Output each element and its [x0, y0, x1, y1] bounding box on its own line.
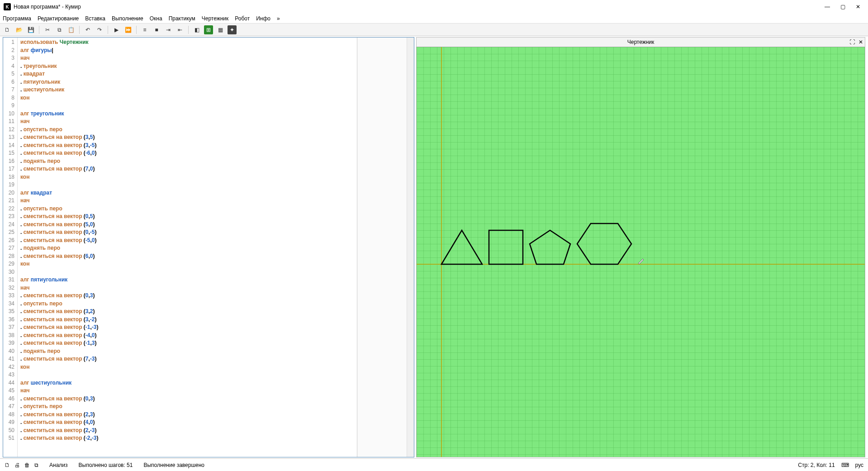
code-editor[interactable]: использовать Чертежникалг фигуры|нач. тр… [18, 38, 357, 457]
tool-grid-button[interactable]: ⊞ [204, 25, 213, 34]
vertical-scrollbar[interactable] [407, 38, 414, 457]
window-title: Новая программа* - Кумир [14, 4, 81, 10]
editor-pane: 1234567891011121314151617181920212223242… [3, 37, 414, 457]
menubar: ПрограммаРедактированиеВставкаВыполнение… [0, 14, 868, 24]
menu-item-0[interactable]: Программа [3, 15, 31, 22]
toolbar-separator [108, 26, 108, 34]
copy-button[interactable]: ⧉ [55, 25, 64, 34]
cut-button[interactable]: ✂ [43, 25, 52, 34]
step-in-button[interactable]: ≡ [140, 25, 149, 34]
menu-item-8[interactable]: Инфо [256, 15, 270, 22]
drawing-pane: Чертежник ⛶ ✕ [416, 37, 865, 457]
canvas-svg [417, 47, 865, 457]
toolbar-separator [79, 26, 80, 34]
status-icon-2[interactable]: 🖨 [14, 462, 20, 468]
redo-button[interactable]: ↷ [95, 25, 104, 34]
new-file-button[interactable]: 🗋 [3, 25, 12, 34]
toolbar-separator [39, 26, 39, 34]
canvas-maximize-icon[interactable]: ⛶ [849, 39, 855, 45]
titlebar: K Новая программа* - Кумир — ▢ ✕ [0, 0, 868, 14]
stop-button[interactable]: ■ [152, 25, 161, 34]
window-controls: — ▢ ✕ [824, 4, 862, 10]
tool-panel-2[interactable]: ▦ [216, 25, 225, 34]
line-gutter: 1234567891011121314151617181920212223242… [3, 38, 18, 457]
status-language[interactable]: рус [855, 462, 863, 468]
menu-item-7[interactable]: Робот [235, 15, 250, 22]
drawing-canvas[interactable] [416, 47, 865, 457]
undo-button[interactable]: ↶ [83, 25, 92, 34]
main-area: 1234567891011121314151617181920212223242… [0, 36, 868, 458]
svg-rect-1 [417, 47, 865, 457]
menu-item-1[interactable]: Редактирование [38, 15, 79, 22]
canvas-close-icon[interactable]: ✕ [859, 39, 863, 45]
tool-robot-button[interactable]: ✦ [228, 25, 237, 34]
status-analysis: Анализ [49, 462, 68, 468]
editor-sidebar [357, 38, 407, 457]
menu-item-9[interactable]: » [277, 15, 280, 22]
run-fast-button[interactable]: ⏩ [123, 25, 133, 34]
close-button[interactable]: ✕ [854, 4, 862, 10]
menu-item-3[interactable]: Выполнение [112, 15, 143, 22]
step-over-button[interactable]: ⇥ [164, 25, 173, 34]
toolbar-separator [136, 26, 137, 34]
toolbar: 🗋 📂 💾 ✂ ⧉ 📋 ↶ ↷ ▶ ⏩ ≡ ■ ⇥ ⇤ ◧ ⊞ ▦ ✦ [0, 24, 868, 36]
status-keyboard-icon[interactable]: ⌨ [841, 462, 849, 468]
status-icon-4[interactable]: ⧉ [34, 462, 38, 468]
menu-item-5[interactable]: Практикум [169, 15, 195, 22]
open-file-button[interactable]: 📂 [14, 25, 24, 34]
save-file-button[interactable]: 💾 [26, 25, 35, 34]
status-icon-1[interactable]: 🗋 [5, 462, 10, 468]
run-button[interactable]: ▶ [112, 25, 121, 34]
status-icon-3[interactable]: 🗑 [24, 462, 30, 468]
menu-item-4[interactable]: Окна [150, 15, 162, 22]
menu-item-2[interactable]: Вставка [85, 15, 105, 22]
status-run: Выполнение завершено [143, 462, 204, 468]
minimize-button[interactable]: — [824, 4, 831, 10]
status-position: Стр: 2, Кол: 11 [798, 462, 835, 468]
menu-item-6[interactable]: Чертежник [202, 15, 229, 22]
canvas-title: Чертежник [627, 39, 655, 45]
status-steps: Выполнено шагов: 51 [79, 462, 133, 468]
toolbar-separator [188, 26, 189, 34]
statusbar: 🗋 🖨 🗑 ⧉ Анализ Выполнено шагов: 51 Выпол… [0, 458, 868, 471]
paste-button[interactable]: 📋 [66, 25, 76, 34]
app-icon: K [4, 3, 11, 10]
step-out-button[interactable]: ⇤ [175, 25, 185, 34]
tool-panel-1[interactable]: ◧ [192, 25, 201, 34]
canvas-titlebar: Чертежник ⛶ ✕ [416, 37, 865, 47]
maximize-button[interactable]: ▢ [839, 4, 846, 10]
